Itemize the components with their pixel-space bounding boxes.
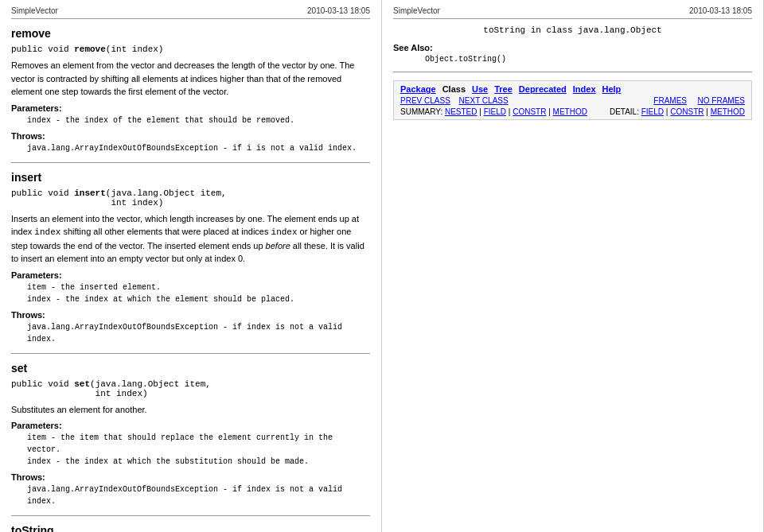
right-divider-top [393,72,752,72]
divider-3 [11,515,370,516]
set-description: Substitutes an element for another. [11,403,370,417]
insert-throws-label: Throws: [11,310,370,320]
nav-tree[interactable]: Tree [494,84,513,94]
nav-help[interactable]: Help [602,84,622,94]
set-title: set [11,362,370,375]
set-throws-item: java.lang.ArrayIndexOutOfBoundsException… [27,483,370,507]
remove-description: Removes an element from the vector and d… [11,59,370,99]
nav-use[interactable]: Use [472,84,488,94]
set-param-index: index - the index at which the substitut… [27,456,370,468]
set-signature: public void set(java.lang.Object item, i… [11,379,370,398]
insert-title: insert [11,171,370,184]
left-page-header: SimpleVector 2010-03-13 18:05 [11,6,370,19]
insert-param-index: index - the index at which the element s… [27,293,370,305]
left-page: SimpleVector 2010-03-13 18:05 remove pub… [0,0,382,532]
nav-package[interactable]: Package [400,84,436,94]
summary-label: SUMMARY: [400,107,445,116]
nav-sep-2 [690,96,695,105]
insert-param-item: item - the inserted element. [27,282,370,293]
set-param-item: item - the item that should replace the … [27,432,370,456]
nav-left-links: PREV CLASS NEXT CLASS [400,96,509,105]
detail-method[interactable]: METHOD [711,107,745,116]
divider-2 [11,353,370,354]
summary-constr[interactable]: CONSTR [513,107,546,116]
remove-throws-item: java.lang.ArrayIndexOutOfBoundsException… [27,142,370,154]
summary-field[interactable]: FIELD [484,107,506,116]
nav-deprecated[interactable]: Deprecated [519,84,567,94]
see-also-label: See Also: [393,43,752,52]
insert-throws-item: java.lang.ArrayIndexOutOfBoundsException… [27,321,370,345]
left-header-app: SimpleVector [11,6,58,15]
remove-params-label: Parameters: [11,103,370,113]
insert-params-label: Parameters: [11,270,370,280]
frames-link[interactable]: FRAMES [653,96,687,105]
remove-title: remove [11,27,370,40]
see-also-item: Object.toString() [425,55,752,64]
summary-method[interactable]: METHOD [553,107,587,116]
remove-signature: public void remove(int index) [11,45,370,54]
detail-field[interactable]: FIELD [641,107,664,116]
see-also-section: See Also: Object.toString() [393,43,752,64]
nav-class[interactable]: Class [442,84,466,94]
nav-sep-1 [454,96,456,105]
nav-summary-detail: SUMMARY: NESTED | FIELD | CONSTR | METHO… [400,107,745,116]
remove-param-index: index - the index of the element that sh… [27,115,370,126]
nav-bar-bottom: PREV CLASS NEXT CLASS FRAMES NO FRAMES [400,96,745,105]
nav-index[interactable]: Index [573,84,596,94]
right-page-header: SimpleVector 2010-03-13 18:05 [393,6,752,19]
prev-class-link[interactable]: PREV CLASS [400,96,450,105]
insert-signature: public void insert(java.lang.Object item… [11,188,370,208]
divider-1 [11,162,370,163]
right-page: SimpleVector 2010-03-13 18:05 toString i… [382,0,764,532]
no-frames-link[interactable]: NO FRAMES [698,96,745,105]
nav-summary: SUMMARY: NESTED | FIELD | CONSTR | METHO… [400,107,587,116]
set-params-label: Parameters: [11,421,370,430]
insert-description: Inserts an element into the vector, whic… [11,212,370,266]
right-header-app: SimpleVector [393,6,440,15]
detail-label: DETAIL: [610,107,641,116]
set-throws-label: Throws: [11,472,370,482]
nav-right-links: FRAMES NO FRAMES [653,96,745,105]
nav-bar-top[interactable]: Package Class Use Tree Deprecated Index … [400,84,745,94]
nav-detail: DETAIL: FIELD | CONSTR | METHOD [610,107,745,116]
class-ref: toString in class java.lang.Object [393,25,752,35]
left-header-time: 2010-03-13 18:05 [307,6,370,15]
nav-bar: Package Class Use Tree Deprecated Index … [393,80,752,120]
tostring-title: toString [11,524,370,532]
summary-nested[interactable]: NESTED [445,107,477,116]
remove-throws-label: Throws: [11,131,370,141]
next-class-link[interactable]: NEXT CLASS [459,96,509,105]
detail-constr[interactable]: CONSTR [670,107,704,116]
right-header-time: 2010-03-13 18:05 [689,6,752,15]
